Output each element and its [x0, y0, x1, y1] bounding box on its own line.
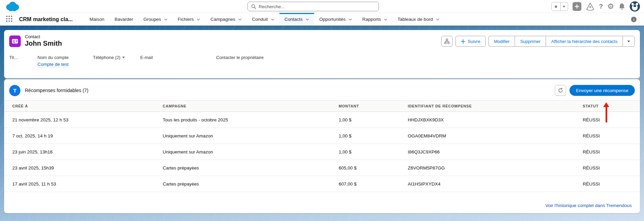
record-field: Nom du compteCompte de test	[37, 55, 93, 67]
app-nav-bar: CRM marketing cla... MaisonBavarderGroup…	[0, 13, 644, 26]
record-field: Tit...	[9, 55, 37, 67]
refresh-icon-button[interactable]	[555, 85, 566, 96]
favorites-group: ★	[551, 2, 568, 11]
table-cell: RÉUSSI	[583, 160, 640, 176]
table-cell: 605,00 $	[339, 160, 408, 176]
nav-tab-opportunit-s[interactable]: Opportunités	[314, 13, 357, 26]
table-cell: RÉUSSI	[583, 144, 640, 160]
nav-tab-conduit[interactable]: Conduit	[247, 13, 279, 26]
table-cell: 1,00 $	[339, 112, 408, 128]
search-input[interactable]	[259, 4, 375, 9]
table-cell: 21 novembre 2025, 12 h 53	[4, 112, 163, 128]
record-fields: Tit...Nom du compteCompte de testTélépho…	[9, 55, 635, 67]
send-reward-button[interactable]: Envoyer une récompense	[569, 85, 635, 96]
chevron-down-icon	[384, 18, 387, 20]
nav-tab-maison[interactable]: Maison	[84, 13, 110, 26]
nav-tab-rapports[interactable]: Rapports	[357, 13, 392, 26]
info-icon[interactable]: i	[631, 17, 637, 22]
plus-icon	[461, 39, 465, 44]
table-row: 23 juin 2025, 13h16Uniquement sur Amazon…	[4, 144, 640, 160]
nav-tab-campagnes[interactable]: Campagnes	[205, 13, 247, 26]
column-header: IDENTIFIANT DE RÉCOMPENSE	[408, 101, 583, 112]
nav-tab-label: Contacts	[285, 17, 303, 22]
table-cell: Cartes prépayées	[163, 160, 339, 176]
global-header: ★ ? ⚙	[0, 0, 644, 13]
nav-tab-label: Conduit	[252, 17, 268, 22]
table-row: 7 oct. 2025, 14 h 19Uniquement sur Amazo…	[4, 128, 640, 144]
chevron-down-icon	[164, 18, 167, 20]
column-header: CAMPAGNE	[163, 101, 339, 112]
chevron-down-icon	[349, 18, 352, 20]
table-cell: Z6VORM5P87GG	[408, 160, 583, 176]
table-cell: OGA0EM84VDRM	[408, 128, 583, 144]
nav-tab-label: Campagnes	[210, 17, 235, 22]
chevron-down-icon	[271, 18, 274, 20]
table-cell: 23 avril 2025, 15h39	[4, 160, 163, 176]
table-cell: 1,00 $	[339, 144, 408, 160]
follow-button[interactable]: Suivre	[455, 36, 486, 47]
delete-button[interactable]: Supprimer	[515, 36, 546, 47]
table-cell: RÉUSSI	[583, 176, 640, 192]
user-avatar[interactable]	[630, 1, 640, 12]
search-icon	[251, 4, 256, 9]
column-header: CRÉÉ À	[4, 101, 163, 112]
more-actions-dropdown-button[interactable]	[623, 36, 635, 47]
table-row: 17 avril 2025, 11 h 53Cartes prépayées60…	[4, 176, 640, 192]
nav-tabs: MaisonBavarderGroupesFichiersCampagnesCo…	[84, 13, 445, 26]
account-link[interactable]: Compte de test	[37, 62, 69, 67]
table-cell: 23 juin 2025, 13h16	[4, 144, 163, 160]
view-contact-hierarchy-button[interactable]: Afficher la hiérarchie des contacts	[546, 36, 623, 47]
global-search[interactable]	[247, 2, 379, 11]
nav-tab-label: Bavarder	[115, 17, 133, 22]
record-highlights-panel: Contact John Smith Suivre Modifier Suppr…	[4, 30, 640, 78]
field-dropdown-icon[interactable]	[122, 57, 125, 58]
table-cell: RÉUSSI	[583, 128, 640, 144]
nav-tab-contacts[interactable]: Contacts	[279, 13, 314, 26]
table-cell: Tous les produits - octobre 2025	[163, 112, 339, 128]
nav-tab-label: Groupes	[143, 17, 161, 22]
nav-tab-label: Rapports	[362, 17, 381, 22]
app-name: CRM marketing cla...	[19, 13, 79, 26]
record-field: Téléphone (2)	[93, 55, 140, 67]
nav-tab-bavarder[interactable]: Bavarder	[110, 13, 139, 26]
table-cell: 1,00 $	[339, 128, 408, 144]
nav-tab-label: Maison	[90, 17, 104, 22]
chevron-down-icon	[238, 18, 242, 20]
nav-tab-label: Tableaux de bord	[398, 17, 433, 22]
hierarchy-tree-icon-button[interactable]	[441, 36, 453, 47]
table-cell: RÉUSSI	[583, 112, 640, 128]
rewards-table-header-row: CRÉÉ ÀCAMPAGNEMONTANTIDENTIFIANT DE RÉCO…	[4, 101, 640, 112]
setup-gear-icon[interactable]: ⚙	[607, 3, 614, 10]
record-name: John Smith	[25, 40, 62, 47]
record-field: Contacter le propriétaire	[216, 55, 635, 67]
table-cell: I86Q3JC9XP66	[408, 144, 583, 160]
tremendous-avatar: T	[9, 85, 20, 96]
table-cell: 607,00 $	[339, 176, 408, 192]
nav-tab-label: Opportunités	[319, 17, 345, 22]
favorites-star-icon[interactable]: ★	[551, 2, 561, 11]
favorites-dropdown-icon[interactable]	[561, 2, 568, 11]
contact-entity-icon	[9, 35, 21, 47]
record-actions: Suivre Modifier Supprimer Afficher la hi…	[441, 36, 635, 47]
view-full-history-link[interactable]: Voir l'historique complet dans Tremendou…	[545, 203, 632, 208]
nav-tab-tableaux-de-bord[interactable]: Tableaux de bord	[392, 13, 445, 26]
header-actions: ★ ? ⚙	[551, 0, 640, 13]
table-cell: Cartes prépayées	[163, 176, 339, 192]
rewards-table: CRÉÉ ÀCAMPAGNEMONTANTIDENTIFIANT DE RÉCO…	[4, 100, 640, 192]
nav-tab-groupes[interactable]: Groupes	[138, 13, 173, 26]
notifications-bell-icon[interactable]	[618, 3, 625, 10]
field-label: E-mail	[140, 55, 216, 60]
table-cell: HHDJXBXK9D3X	[408, 112, 583, 128]
app-launcher-icon[interactable]	[6, 16, 14, 23]
column-header: MONTANT	[339, 101, 408, 112]
field-label: Tit...	[9, 55, 37, 60]
nav-tab-fichiers[interactable]: Fichiers	[173, 13, 205, 26]
column-header: STATUT	[583, 101, 640, 112]
help-icon[interactable]: ?	[599, 3, 603, 10]
global-actions-plus-icon[interactable]	[573, 2, 581, 11]
field-label: Téléphone (2)	[93, 55, 140, 60]
edit-button[interactable]: Modifier	[488, 36, 515, 47]
chevron-down-icon	[197, 18, 200, 20]
trailhead-icon[interactable]	[586, 2, 595, 11]
table-row: 23 avril 2025, 15h39Cartes prépayées605,…	[4, 160, 640, 176]
